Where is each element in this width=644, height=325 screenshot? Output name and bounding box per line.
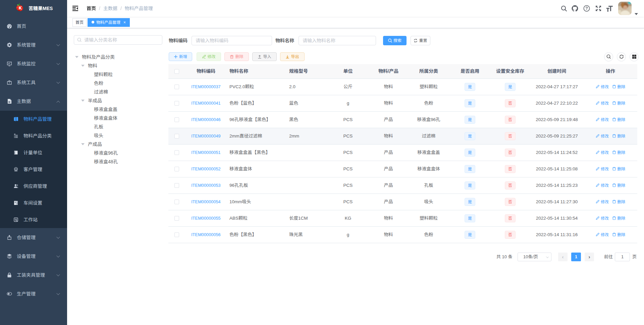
svg-text:?: ? <box>585 6 588 11</box>
